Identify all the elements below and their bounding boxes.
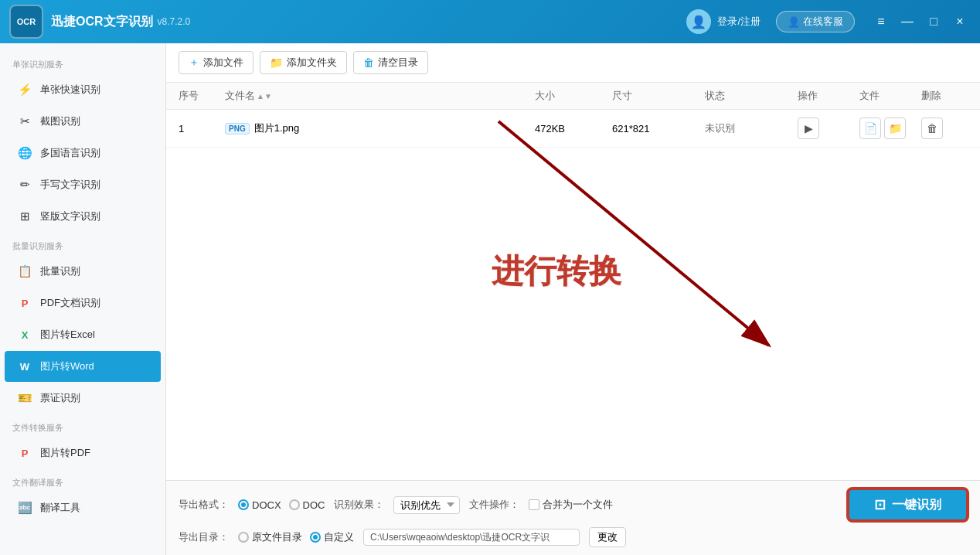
bottom-row-dir: 导出目录： 原文件目录 自定义 更改 (179, 527, 968, 547)
play-button[interactable]: ▶ (798, 117, 819, 139)
col-filename: 文件名 ▲▼ (225, 89, 535, 103)
vertical-icon: ⊞ (17, 209, 32, 224)
window-controls: ≡ — □ × (870, 11, 971, 32)
file-operation-label: 文件操作： (469, 498, 519, 512)
user-avatar: 👤 (686, 9, 711, 34)
bottom-bar: 导出格式： DOCX DOC 识别效果： 识别优先 文件操作： (166, 480, 980, 555)
radio-doc-dot (289, 499, 300, 510)
col-size: 大小 (535, 89, 612, 103)
sidebar-item-pdf[interactable]: P PDF文档识别 (5, 288, 161, 318)
sidebar-item-img2word[interactable]: W 图片转Word (5, 351, 161, 382)
format-radio-group: DOCX DOC (238, 499, 325, 511)
col-delete: 删除 (921, 89, 968, 103)
sidebar-item-translate[interactable]: 🔤 翻译工具 (5, 492, 161, 523)
col-dimensions: 尺寸 (612, 89, 705, 103)
handwrite-icon: ✏ (17, 177, 32, 192)
app-version: v8.7.2.0 (158, 16, 191, 27)
menu-icon[interactable]: ≡ (870, 11, 892, 32)
section-label-translate: 文件翻译服务 (0, 469, 165, 492)
table-header: 序号 文件名 ▲▼ 大小 尺寸 状态 操作 (166, 83, 980, 110)
sidebar: 单张识别服务 ⚡ 单张快速识别 ✂ 截图识别 🌐 多国语言识别 ✏ 手写文字识别… (0, 43, 166, 555)
file-type-badge: PNG (225, 123, 250, 134)
service-button[interactable]: 👤 在线客服 (776, 11, 855, 32)
add-folder-button[interactable]: 📁 添加文件夹 (260, 51, 347, 74)
sidebar-item-single-quick[interactable]: ⚡ 单张快速识别 (5, 74, 161, 105)
screenshot-icon: ✂ (17, 114, 32, 129)
clear-button[interactable]: 🗑 清空目录 (353, 51, 428, 74)
clear-icon: 🗑 (363, 56, 374, 69)
recognize-button[interactable]: ⊡ 一键识别 (848, 489, 968, 521)
radio-original-dot (238, 532, 249, 543)
recognition-effect-label: 识别效果： (334, 498, 384, 512)
radio-custom-dot (310, 532, 321, 543)
batch-icon: 📋 (17, 264, 32, 279)
sidebar-item-ticket[interactable]: 🎫 票证识别 (5, 383, 161, 414)
merge-checkbox-label[interactable]: 合并为一个文件 (529, 498, 613, 512)
sidebar-item-batch[interactable]: 📋 批量识别 (5, 256, 161, 287)
close-button[interactable]: × (949, 11, 971, 32)
img2pdf-icon: P (17, 445, 32, 461)
word-icon: W (17, 359, 32, 374)
sidebar-item-img2pdf[interactable]: P 图片转PDF (5, 438, 161, 468)
user-section[interactable]: 👤 登录/注册 (686, 9, 761, 34)
sidebar-item-label: 单张快速识别 (40, 83, 100, 97)
service-icon: 👤 (788, 16, 800, 28)
sidebar-item-label: 手写文字识别 (40, 178, 100, 192)
section-label-convert: 文件转换服务 (0, 414, 165, 437)
app-logo: OCR (9, 5, 43, 39)
sidebar-item-screenshot[interactable]: ✂ 截图识别 (5, 106, 161, 137)
col-action: 操作 (798, 89, 859, 103)
path-input[interactable] (363, 529, 580, 546)
add-file-icon: ＋ (189, 56, 199, 70)
merge-checkbox[interactable] (529, 499, 539, 510)
sidebar-item-label: 批量识别 (40, 264, 80, 278)
cell-action: ▶ (798, 117, 859, 139)
delete-button[interactable]: 🗑 (921, 117, 943, 139)
sidebar-item-label: 图片转PDF (40, 446, 90, 460)
sidebar-item-img2excel[interactable]: X 图片转Excel (5, 319, 161, 350)
multilang-icon: 🌐 (17, 145, 32, 161)
sidebar-item-handwrite[interactable]: ✏ 手写文字识别 (5, 169, 161, 200)
toolbar: ＋ 添加文件 📁 添加文件夹 🗑 清空目录 (166, 43, 980, 83)
sidebar-item-label: 多国语言识别 (40, 146, 100, 160)
file-folder-button[interactable]: 📁 (884, 117, 906, 139)
excel-icon: X (17, 327, 32, 342)
ticket-icon: 🎫 (17, 390, 32, 406)
section-label-batch: 批量识别服务 (0, 233, 165, 255)
radio-custom-dir[interactable]: 自定义 (310, 530, 354, 544)
radio-docx-dot (238, 499, 249, 510)
change-path-button[interactable]: 更改 (589, 527, 626, 547)
file-view-button[interactable]: 📄 (859, 117, 881, 139)
sidebar-item-label: 图片转Word (40, 359, 94, 373)
minimize-button[interactable]: — (897, 11, 918, 32)
cell-index: 1 (179, 123, 225, 134)
export-dir-label: 导出目录： (179, 530, 229, 544)
sidebar-item-label: 竖版文字识别 (40, 209, 100, 223)
sidebar-item-label: PDF文档识别 (40, 296, 100, 310)
sidebar-item-label: 截图识别 (40, 114, 80, 128)
sidebar-item-multilang[interactable]: 🌐 多国语言识别 (5, 138, 161, 169)
cell-size: 472KB (535, 123, 612, 134)
radio-docx[interactable]: DOCX (238, 499, 281, 511)
cell-status: 未识别 (705, 121, 798, 135)
sidebar-item-vertical[interactable]: ⊞ 竖版文字识别 (5, 201, 161, 232)
content-area: ＋ 添加文件 📁 添加文件夹 🗑 清空目录 序号 文件名 ▲▼ (166, 43, 980, 555)
cell-file-ops: 📄 📁 (859, 117, 921, 139)
pdf-icon: P (17, 295, 32, 311)
sidebar-item-label: 翻译工具 (40, 501, 80, 515)
section-label-single: 单张识别服务 (0, 51, 165, 73)
sidebar-item-label: 票证识别 (40, 391, 80, 405)
recognition-effect-select[interactable]: 识别优先 (393, 496, 460, 514)
maximize-button[interactable]: □ (923, 11, 944, 32)
radio-doc[interactable]: DOC (289, 499, 325, 511)
col-file: 文件 (859, 89, 921, 103)
translate-icon: 🔤 (17, 500, 32, 516)
cell-dimensions: 621*821 (612, 123, 705, 134)
svg-line-1 (499, 121, 769, 346)
user-label[interactable]: 登录/注册 (717, 15, 761, 29)
add-file-button[interactable]: ＋ 添加文件 (179, 51, 254, 74)
radio-original-dir[interactable]: 原文件目录 (238, 530, 302, 544)
annotation-text: 进行转换 (492, 250, 621, 293)
app-name: 迅捷OCR文字识别 (51, 14, 153, 30)
export-format-label: 导出格式： (179, 498, 229, 512)
